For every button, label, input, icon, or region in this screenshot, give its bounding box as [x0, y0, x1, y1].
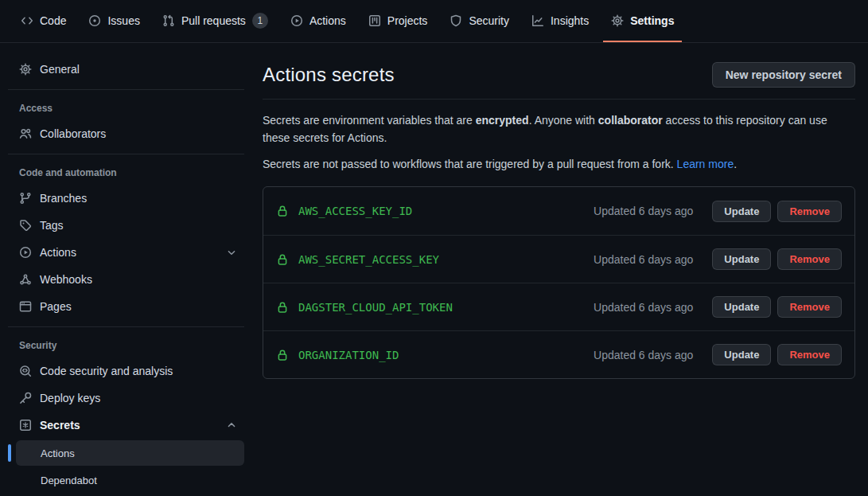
sidebar-item-branches[interactable]: Branches [8, 185, 244, 212]
tab-insights[interactable]: Insights [524, 0, 597, 42]
sidebar-subitem-secrets-dependabot[interactable]: Dependabot [16, 467, 244, 493]
graph-icon [531, 14, 544, 27]
sidebar-item-label: Tags [40, 219, 64, 232]
secret-name: DAGSTER_CLOUD_API_TOKEN [298, 301, 453, 314]
section-divider [263, 99, 855, 100]
sidebar-section-access: Access [8, 96, 244, 120]
issue-opened-icon [88, 14, 101, 27]
sidebar-subitem-secrets-actions[interactable]: Actions [16, 440, 244, 466]
page-title: Actions secrets [263, 64, 395, 86]
tab-security[interactable]: Security [442, 0, 517, 42]
sidebar-item-actions[interactable]: Actions [8, 239, 244, 266]
sidebar-item-deploy-keys[interactable]: Deploy keys [8, 385, 244, 412]
tab-issues[interactable]: Issues [80, 0, 147, 42]
sidebar-divider [8, 326, 244, 327]
sidebar-item-label: Pages [40, 300, 72, 313]
sidebar-item-label: Branches [40, 192, 87, 205]
actions-secrets-panel: Actions secrets New repository secret Se… [244, 43, 868, 379]
secret-row: AWS_ACCESS_KEY_ID Updated 6 days ago Upd… [263, 187, 854, 235]
sidebar-item-label: Deploy keys [40, 392, 100, 404]
sidebar-subitem-label: Actions [41, 447, 75, 459]
update-secret-button[interactable]: Update [712, 248, 771, 270]
remove-secret-button[interactable]: Remove [777, 201, 842, 222]
secret-name: ORGANIZATION_ID [298, 349, 399, 361]
update-secret-button[interactable]: Update [712, 344, 771, 365]
sidebar-item-label: Actions [40, 246, 76, 259]
secret-row: DAGSTER_CLOUD_API_TOKEN Updated 6 days a… [263, 283, 854, 330]
webhook-icon [19, 273, 32, 286]
description-text: Secrets are not passed to workflows that… [263, 158, 677, 170]
new-repository-secret-button[interactable]: New repository secret [712, 62, 855, 88]
gear-icon [611, 14, 624, 27]
tab-label: Insights [551, 14, 589, 27]
sidebar-divider [8, 89, 244, 90]
tab-actions[interactable]: Actions [282, 0, 354, 42]
browser-icon [19, 300, 32, 313]
secret-updated-timestamp: Updated 6 days ago [594, 253, 693, 266]
people-icon [19, 127, 32, 140]
chevron-down-icon [225, 246, 238, 259]
git-branch-icon [19, 192, 32, 205]
description-text: . [734, 158, 737, 170]
tab-label: Code [40, 14, 66, 27]
git-pull-request-icon [162, 14, 175, 27]
sidebar-item-pages[interactable]: Pages [8, 293, 244, 320]
tab-label: Projects [387, 14, 428, 27]
sidebar-subitem-label: Dependabot [41, 475, 97, 486]
asterisk-box-icon [19, 419, 32, 432]
description-paragraph-1: Secrets are environment variables that a… [263, 112, 855, 146]
description-text: Secrets are environment variables that a… [263, 114, 476, 127]
codescan-icon [19, 365, 32, 377]
lock-icon [276, 301, 289, 314]
remove-secret-button[interactable]: Remove [777, 344, 842, 365]
sidebar-item-label: Webhooks [40, 273, 92, 286]
tab-settings[interactable]: Settings [603, 0, 682, 42]
sidebar-divider [8, 154, 244, 154]
pull-requests-count-badge: 1 [252, 13, 268, 29]
sidebar-item-collaborators[interactable]: Collaborators [8, 120, 244, 147]
sidebar-item-tags[interactable]: Tags [8, 212, 244, 239]
description-bold-encrypted: encrypted [476, 114, 529, 127]
chevron-up-icon [225, 419, 238, 432]
settings-sidebar: General Access Collaborators Code and au… [8, 56, 244, 496]
description-paragraph-2: Secrets are not passed to workflows that… [263, 156, 855, 174]
projects-icon [368, 14, 381, 27]
sidebar-item-code-security[interactable]: Code security and analysis [8, 357, 244, 385]
update-secret-button[interactable]: Update [712, 296, 771, 318]
secrets-description: Secrets are environment variables that a… [263, 112, 855, 174]
secret-row: AWS_SECRET_ACCESS_KEY Updated 6 days ago… [263, 235, 854, 283]
tab-pull-requests[interactable]: Pull requests 1 [154, 0, 276, 42]
tab-label: Pull requests [181, 14, 246, 27]
repo-tab-nav: Code Issues Pull requests 1 Actions Proj… [0, 0, 868, 43]
tab-label: Issues [107, 14, 139, 27]
tab-projects[interactable]: Projects [360, 0, 436, 42]
tab-code[interactable]: Code [13, 0, 74, 42]
tab-label: Settings [630, 14, 674, 27]
sidebar-item-label: General [40, 63, 80, 76]
sidebar-item-general[interactable]: General [8, 56, 244, 83]
sidebar-item-label: Collaborators [40, 127, 106, 140]
gear-icon [19, 63, 32, 76]
secret-name: AWS_SECRET_ACCESS_KEY [298, 253, 439, 266]
remove-secret-button[interactable]: Remove [777, 248, 842, 270]
sidebar-section-security: Security [8, 334, 244, 357]
secrets-list: AWS_ACCESS_KEY_ID Updated 6 days ago Upd… [263, 186, 855, 379]
learn-more-link[interactable]: Learn more [677, 158, 734, 170]
sidebar-item-secrets[interactable]: Secrets [8, 412, 244, 439]
tab-label: Security [469, 14, 509, 27]
sidebar-item-webhooks[interactable]: Webhooks [8, 266, 244, 293]
update-secret-button[interactable]: Update [712, 201, 771, 222]
description-bold-collaborator: collaborator [598, 114, 663, 127]
tag-icon [19, 219, 32, 232]
secret-name: AWS_ACCESS_KEY_ID [298, 205, 412, 217]
sidebar-section-code-automation: Code and automation [8, 161, 244, 185]
secret-row: ORGANIZATION_ID Updated 6 days ago Updat… [263, 330, 854, 378]
play-icon [19, 246, 32, 259]
lock-icon [276, 349, 289, 361]
sidebar-item-label: Code security and analysis [40, 365, 173, 377]
secret-updated-timestamp: Updated 6 days ago [594, 301, 693, 314]
shield-icon [450, 14, 462, 27]
key-icon [19, 392, 32, 404]
sidebar-item-label: Secrets [40, 419, 80, 432]
remove-secret-button[interactable]: Remove [777, 296, 842, 318]
